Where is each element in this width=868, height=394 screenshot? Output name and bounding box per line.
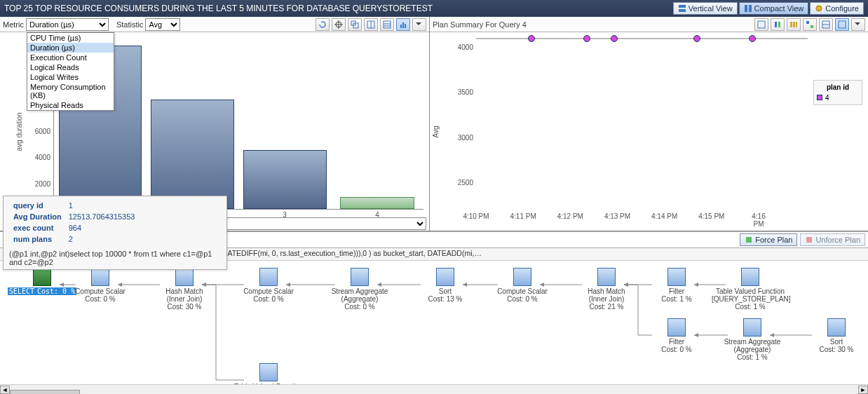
plan-summary-title: Plan Summary For Query 4 (433, 20, 527, 29)
svg-rect-15 (400, 25, 402, 28)
r-xtick: 4:14 PM (651, 212, 677, 220)
svg-rect-19 (775, 22, 777, 27)
svg-rect-3 (749, 5, 752, 12)
metric-option[interactable]: Physical Reads (27, 100, 114, 110)
compact-view-button[interactable]: Compact View (739, 2, 809, 15)
target-button[interactable] (332, 18, 346, 31)
unforce-plan-button[interactable]: Unforce Plan (800, 233, 865, 246)
title-bar: TOP 25 TOP RESOURCE CONSUMERS DURING THE… (0, 0, 868, 17)
datagrid-button[interactable] (380, 18, 394, 31)
compact-view-icon (744, 4, 752, 13)
zoom-button[interactable] (348, 18, 362, 31)
scroll-right-icon[interactable]: ► (858, 386, 868, 394)
r-xtick: 4:13 PM (604, 212, 630, 220)
right-btn-3[interactable] (787, 18, 801, 31)
plan-area[interactable]: SELECTCost: 0 %Compute ScalarCost: 0 %Ha… (0, 261, 868, 394)
svg-rect-1 (679, 9, 686, 12)
metric-option[interactable]: Execution Count (27, 53, 114, 62)
tooltip-key: num plans (11, 234, 65, 244)
plan-node-tvf1[interactable]: Table Valued Function[QUERY_STORE_PLAN]C… (712, 268, 789, 311)
right-dropdown-button[interactable] (851, 18, 865, 31)
dropdown-button[interactable] (412, 18, 426, 31)
svg-rect-30 (806, 237, 812, 243)
plan-hscroll[interactable]: ◄ ► (0, 384, 868, 394)
plan-node-hm2[interactable]: Hash Match(Inner Join)Cost: 21 % (568, 268, 645, 311)
tooltip-sql: (@p1 int,@p2 int)select top 10000 * from… (9, 250, 221, 266)
right-panel-header: Plan Summary For Query 4 (430, 17, 868, 32)
scatter-plot-area[interactable] (476, 38, 808, 39)
bar[interactable] (243, 150, 327, 209)
tooltip-key: Avg Duration (11, 212, 65, 222)
vertical-view-button[interactable]: Vertical View (673, 2, 738, 15)
plan-node-sort2[interactable]: SortCost: 30 % (798, 318, 868, 353)
plan-node-sa1[interactable]: Stream Aggregate(Aggregate)Cost: 0 % (321, 268, 398, 311)
plan-node-sa2[interactable]: Stream Aggregate(Aggregate)Cost: 1 % (714, 318, 791, 361)
right-btn-5[interactable] (819, 18, 833, 31)
r-xtick: 4:12 PM (557, 212, 583, 220)
scatter-point[interactable] (583, 35, 590, 42)
tooltip-key: query id (11, 201, 65, 210)
svg-rect-25 (811, 25, 813, 28)
svg-rect-24 (806, 21, 809, 24)
right-chart: Avg 2500300035004000 4:10 PM4:11 PM4:12 … (430, 32, 868, 231)
svg-rect-18 (758, 21, 765, 28)
metric-option[interactable]: Duration (µs) (27, 43, 114, 53)
scatter-point[interactable] (611, 35, 618, 42)
scroll-thumb[interactable] (10, 390, 80, 395)
svg-rect-20 (778, 22, 780, 27)
metric-option[interactable]: CPU Time (µs) (27, 33, 114, 43)
left-panel: Metric Duration (µs) Statistic Avg CPU T… (0, 17, 430, 231)
bar[interactable] (340, 197, 414, 209)
bar[interactable] (151, 100, 234, 209)
grid-button[interactable] (364, 18, 378, 31)
metric-option[interactable]: Memory Consumption (KB) (27, 82, 114, 100)
svg-rect-0 (679, 5, 686, 8)
tooltip-val: 964 (66, 223, 138, 233)
scatter-point[interactable] (528, 35, 535, 42)
metric-option[interactable]: Logical Reads (27, 62, 114, 72)
plan-node-f2[interactable]: FilterCost: 0 % (638, 318, 715, 353)
svg-rect-12 (384, 21, 391, 28)
tooltip: query id1Avg Duration12513.7064315353exe… (3, 196, 227, 270)
metric-label: Metric (3, 20, 24, 29)
refresh-button[interactable] (316, 18, 330, 31)
svg-rect-16 (402, 22, 404, 28)
r-xtick: 4:15 PM (698, 212, 724, 220)
tooltip-val: 12513.7064315353 (66, 212, 138, 222)
metric-option[interactable]: Logical Writes (27, 72, 114, 82)
configure-button[interactable]: Configure (810, 2, 864, 15)
ytick: 6000 (35, 127, 50, 135)
scatter-point[interactable] (749, 35, 756, 42)
gear-icon (815, 4, 823, 13)
title-text: TOP 25 TOP RESOURCE CONSUMERS DURING THE… (4, 4, 672, 13)
metric-select[interactable]: Duration (µs) (26, 18, 109, 31)
tooltip-val: 1 (66, 201, 138, 210)
svg-rect-29 (746, 237, 752, 243)
y-axis-label: avg duration (15, 112, 23, 151)
force-plan-button[interactable]: Force Plan (740, 233, 797, 246)
svg-rect-28 (839, 21, 846, 28)
plan-node-sort1[interactable]: SortCost: 13 % (407, 268, 484, 303)
r-xtick: 4:11 PM (510, 212, 536, 220)
ytick: 4000 (35, 154, 50, 161)
statistic-label: Statistic (116, 20, 144, 29)
r-xtick: 4:10 PM (463, 212, 489, 220)
left-panel-header: Metric Duration (µs) Statistic Avg (0, 17, 429, 32)
right-btn-1[interactable] (754, 18, 768, 31)
right-btn-6[interactable] (835, 18, 849, 31)
scatter-point[interactable] (693, 35, 700, 42)
statistic-select[interactable]: Avg (145, 18, 180, 31)
plan-node-cs3[interactable]: Compute ScalarCost: 0 % (484, 268, 561, 303)
right-btn-4[interactable] (803, 18, 817, 31)
right-btn-2[interactable] (771, 18, 785, 31)
force-icon (745, 236, 753, 244)
unforce-icon (805, 236, 813, 244)
plan-node-f1[interactable]: FilterCost: 1 % (638, 268, 715, 303)
plan-node-cs1[interactable]: Compute ScalarCost: 0 % (62, 268, 139, 303)
chart-button[interactable] (396, 18, 410, 31)
plan-node-hm1[interactable]: Hash Match(Inner Join)Cost: 30 % (146, 268, 223, 311)
tooltip-val: 2 (66, 234, 138, 244)
plan-node-cs2[interactable]: Compute ScalarCost: 0 % (230, 268, 307, 303)
ytick: 2000 (35, 179, 50, 187)
scroll-left-icon[interactable]: ◄ (0, 386, 10, 394)
